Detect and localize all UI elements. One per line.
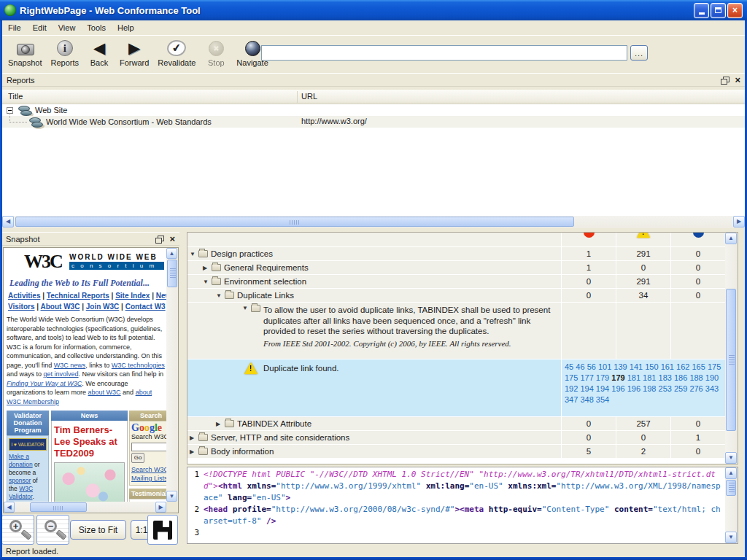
nav-link[interactable]: Activities <box>8 292 40 300</box>
menu-help[interactable]: Help <box>112 22 140 34</box>
validator-link[interactable]: sponsor <box>9 477 31 484</box>
detail-tree-row[interactable]: ▶Server, HTTP and site considerations001 <box>187 431 725 445</box>
expand-icon[interactable]: ▶ <box>190 435 198 441</box>
detail-rule-row[interactable]: ▼To allow the user to avoid duplicate li… <box>187 303 725 359</box>
scroll-up-icon[interactable]: ▲ <box>725 233 737 244</box>
detail-tree-row[interactable]: ▶TABINDEX Attribute02570 <box>187 417 725 431</box>
snapshot-horizontal-scrollbar[interactable]: ◀ ▶ <box>4 502 166 513</box>
scrollbar-thumb[interactable] <box>15 217 574 227</box>
menu-view[interactable]: View <box>53 22 82 34</box>
line-number-link[interactable]: 192 <box>565 384 578 393</box>
scrollbar-thumb[interactable] <box>167 260 177 287</box>
zoom-out-button[interactable]: − <box>36 515 69 545</box>
close-panel-icon[interactable]: × <box>735 77 740 84</box>
intro-link[interactable]: about W3C <box>88 389 121 396</box>
scroll-down-icon[interactable]: ▼ <box>725 452 737 464</box>
detail-tree-row[interactable]: ▼Design practices12910 <box>187 247 725 261</box>
line-number-link[interactable]: 194 <box>596 384 609 393</box>
line-number-link[interactable]: 141 <box>630 362 643 371</box>
search-input[interactable] <box>131 443 167 451</box>
line-number-link[interactable]: 150 <box>645 362 658 371</box>
line-number-link[interactable]: 188 <box>689 373 703 382</box>
intro-link[interactable]: get involved <box>44 370 79 378</box>
line-number-link[interactable]: 46 <box>576 362 584 371</box>
detail-tree-row[interactable]: ▶Body information520 <box>187 445 725 459</box>
line-number-link[interactable]: 101 <box>598 362 611 371</box>
expand-icon[interactable]: ▶ <box>203 265 212 271</box>
toolbar-back-button[interactable]: Back <box>83 38 115 68</box>
scroll-left-icon[interactable]: ◀ <box>2 216 14 228</box>
line-number-link[interactable]: 162 <box>676 362 689 371</box>
line-number-link[interactable]: 177 <box>580 373 593 382</box>
title-bar[interactable]: RightWebPage - Web Conformance Tool × <box>0 0 747 20</box>
scrollbar-thumb[interactable] <box>726 289 736 431</box>
detail-tree-row[interactable]: ▼Environment selection02910 <box>187 275 725 289</box>
nav-link[interactable]: Contact W3 <box>125 303 166 311</box>
column-url[interactable]: URL <box>301 92 317 101</box>
close-panel-icon[interactable]: × <box>169 236 175 243</box>
line-number-link[interactable]: 259 <box>674 384 687 393</box>
search-link[interactable]: Search W3C <box>131 466 167 473</box>
line-number-link[interactable]: 175 <box>565 373 578 382</box>
menu-file[interactable]: File <box>2 22 27 34</box>
intro-link[interactable]: W3C news <box>54 362 86 369</box>
validator-link[interactable]: Make a donation <box>9 453 33 468</box>
nav-link[interactable]: New <box>156 292 167 300</box>
nav-link[interactable]: Site Index <box>115 292 150 300</box>
news-headline[interactable]: Tim Berners-Lee Speaks at TED2009 <box>54 424 125 459</box>
nav-link[interactable]: Visitors <box>8 303 35 311</box>
scroll-up-icon[interactable]: ▲ <box>725 467 737 479</box>
zoom-in-button[interactable]: + <box>1 515 34 545</box>
line-number-link[interactable]: 179 <box>596 373 609 382</box>
toolbar-revalidate-button[interactable]: Revalidate <box>153 38 200 68</box>
browse-button[interactable]: ... <box>630 45 648 61</box>
scroll-right-icon[interactable]: ▶ <box>733 216 745 228</box>
toolbar-reports-button[interactable]: Reports <box>46 38 83 68</box>
line-number-link[interactable]: 175 <box>708 362 721 371</box>
line-number-link[interactable]: 253 <box>659 384 672 393</box>
intro-link[interactable]: W3C technologies <box>112 362 165 369</box>
size-to-fit-button[interactable]: Size to Fit <box>70 520 126 540</box>
line-number-link[interactable]: 56 <box>587 362 596 371</box>
line-number-link[interactable]: 196 <box>611 384 624 393</box>
code-vertical-scrollbar[interactable]: ▲ ▼ <box>725 467 738 543</box>
scroll-right-icon[interactable]: ▶ <box>155 502 166 513</box>
go-button[interactable]: Go <box>131 453 144 463</box>
collapse-icon[interactable]: ▼ <box>242 305 251 311</box>
line-number-link[interactable]: 354 <box>596 395 609 404</box>
save-snapshot-button[interactable] <box>147 515 178 545</box>
detail-finding-row[interactable]: Duplicate link found.45 46 56 101 139 14… <box>187 359 725 417</box>
column-separator[interactable] <box>297 91 298 103</box>
line-number-link[interactable]: 181 <box>627 373 640 382</box>
line-number-link[interactable]: 165 <box>692 362 705 371</box>
scroll-down-icon[interactable]: ▼ <box>725 532 737 543</box>
detail-tree-row[interactable]: ▶General Requirements100 <box>187 261 725 275</box>
nav-link[interactable]: Join W3C <box>86 303 120 311</box>
line-number-link[interactable]: 45 <box>565 362 573 371</box>
line-number-link[interactable]: 139 <box>614 362 627 371</box>
warnings-column-header[interactable] <box>616 233 670 247</box>
detail-vertical-scrollbar[interactable]: ▲ ▼ <box>725 233 738 464</box>
line-number-link[interactable]: 194 <box>580 384 593 393</box>
nav-link[interactable]: About W3C <box>40 303 80 311</box>
line-number-link[interactable]: 183 <box>659 373 672 382</box>
line-number-link[interactable]: 343 <box>705 384 719 393</box>
intro-link[interactable]: Finding Your Way at W3C <box>7 380 82 387</box>
line-number-link[interactable]: 161 <box>661 362 674 371</box>
collapse-icon[interactable]: ▼ <box>216 292 225 299</box>
scroll-down-icon[interactable]: ▼ <box>166 491 177 502</box>
float-panel-icon[interactable] <box>155 236 163 242</box>
line-number-link[interactable]: 190 <box>705 373 719 382</box>
report-tree-row[interactable]: World Wide Web Consortium - Web Standard… <box>2 116 745 128</box>
line-number-link[interactable]: 186 <box>674 373 687 382</box>
collapse-icon[interactable]: ▼ <box>203 279 212 285</box>
toolbar-snapshot-button[interactable]: Snapshot <box>4 38 46 68</box>
line-number-link[interactable]: 276 <box>689 384 703 393</box>
toolbar-forward-button[interactable]: Forward <box>115 38 153 68</box>
close-button[interactable]: × <box>727 3 743 18</box>
maximize-button[interactable] <box>711 3 726 18</box>
main-horizontal-scrollbar[interactable]: ◀ ▶ <box>2 216 745 228</box>
expand-icon[interactable]: ▶ <box>216 421 225 427</box>
scrollbar-thumb[interactable] <box>30 502 87 512</box>
snapshot-vertical-scrollbar[interactable]: ▲ ▼ <box>166 248 178 502</box>
